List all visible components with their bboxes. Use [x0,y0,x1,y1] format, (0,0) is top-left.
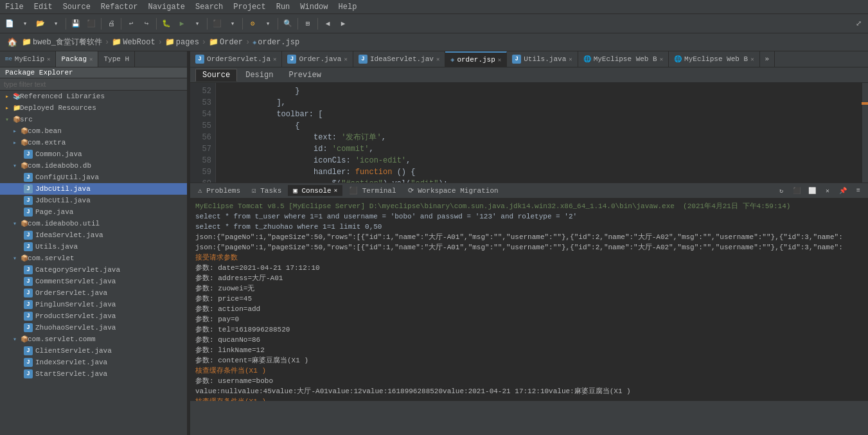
console-output[interactable]: MyEclipse Tomcat v8.5 [MyEclipse Server]… [190,199,868,401]
myclip-close[interactable]: ✕ [47,56,50,63]
open-dropdown[interactable]: ▾ [49,17,63,31]
editor-tab-more[interactable]: » [760,51,775,67]
editor-tab-order-jsp[interactable]: ◈ order.jsp ✕ [445,51,507,67]
tree-item-jdbcutil-java[interactable]: J JdbcUtil.java [0,183,187,195]
tree-item-deployed-resources[interactable]: ▸ 📁 Deployed Resources [0,102,187,114]
back-btn[interactable]: ◀ [321,17,335,31]
editor-tab-myeclipse2[interactable]: 🌐 MyEclipse Web B ✕ [669,51,759,67]
tree-item-com-extra[interactable]: ▸ 📦 com.extra [0,137,187,148]
breadcrumb-project[interactable]: 📁 bweb_食堂订餐软件 [22,37,102,48]
breadcrumb-webroot[interactable]: 📁 WebRoot [112,37,155,47]
tree-item-page-java[interactable]: J Page.java [0,206,187,218]
redo-btn[interactable]: ↪ [139,17,154,31]
build-btn[interactable]: ⚙ [245,17,260,31]
run-dropdown[interactable]: ▾ [190,17,204,31]
new-dropdown[interactable]: ▾ [18,17,32,31]
tree-item-com-ideabobo-util[interactable]: ▾ 📦 com.ideabobo.util [0,218,187,229]
menu-file[interactable]: File [0,1,29,13]
tab-design[interactable]: Design [238,69,280,82]
tree-item-com-servlet-comm[interactable]: ▾ 📦 com.servlet.comm [0,333,187,345]
maximize-btn[interactable]: ⤢ [851,17,865,31]
breadcrumb-pages[interactable]: 📁 pages [165,37,199,47]
console-terminate[interactable]: ⬜ [805,184,819,198]
console-tab-workspace[interactable]: ⟳ Workspace Migration [403,185,504,196]
tree-item-categoryservlet[interactable]: J CategoryServlet.java [0,264,187,276]
breadcrumb-order[interactable]: 📁 Order [209,37,243,47]
tab-preview[interactable]: Preview [281,69,328,82]
tab-package-explorer[interactable]: Packag ✕ [56,51,98,67]
tree-item-jdbcutil-java2[interactable]: J JdbcUtil.java [0,195,187,206]
tab-myclip[interactable]: me MyEclip ✕ [0,51,56,67]
menu-navigate[interactable]: Navigate [143,1,190,13]
tree-item-ideaservlet-java[interactable]: J IdeaServlet.java [0,229,187,241]
menu-source[interactable]: Source [58,1,96,13]
tree-item-zhuohaoservlet[interactable]: J ZhuohaoServlet.java [0,322,187,333]
tree-item-com-ideabobo-db[interactable]: ▾ 📦 com.ideabobo.db [0,160,187,172]
tree-item-com-servlet[interactable]: ▾ 📦 com.servlet [0,253,187,264]
forward-btn[interactable]: ▶ [336,17,350,31]
perspective-btn[interactable]: ⊞ [301,17,315,31]
tree-item-startservlet[interactable]: J StartServlet.java [0,368,187,380]
run-btn[interactable]: ▶ [175,17,189,31]
undo-btn[interactable]: ↩ [124,17,138,31]
tree-item-common-java[interactable]: J Common.java [0,148,187,160]
editor-tab-myeclipse1[interactable]: 🌐 MyEclipse Web B ✕ [578,51,669,67]
console-close-btn[interactable]: ✕ [820,184,835,198]
console-pin[interactable]: 📌 [836,184,850,198]
tree-item-indexservlet[interactable]: J IndexServlet.java [0,357,187,368]
stop-btn[interactable]: ⬛ [210,17,224,31]
editor-tab-ideaservlet[interactable]: J IdeaServlet.jav ✕ [353,51,445,67]
menu-window[interactable]: Window [295,1,333,13]
tree-item-pinglunservlet[interactable]: J PinglunServlet.java [0,299,187,310]
tree-item-referenced-libraries[interactable]: ▸ 📚 Referenced Libraries [0,91,187,102]
console-tab-tasks[interactable]: ☑ Tasks [247,185,287,196]
code-content[interactable]: } ], toolbar: [ { text: '发布订单', id: 'com… [216,83,862,182]
tab-close[interactable]: ✕ [569,56,572,63]
run-debug[interactable]: 🐛 [159,17,173,31]
console-tab-terminal[interactable]: ⬛ Terminal [344,185,401,196]
editor-tab-order-java[interactable]: J Order.java ✕ [282,51,353,67]
tree-item-configutil-java[interactable]: J ConfigUtil.java [0,172,187,183]
tab-source[interactable]: Source [195,69,237,82]
tree-item-utils-java[interactable]: J Utils.java [0,241,187,253]
menu-edit[interactable]: Edit [29,1,58,13]
save-all[interactable]: ⬛ [84,17,98,31]
save-button[interactable]: 💾 [69,17,83,31]
tab-close[interactable]: ✕ [344,56,347,63]
stop-dropdown[interactable]: ▾ [226,17,240,31]
console-tab-problems[interactable]: ⚠ Problems [193,185,245,196]
tree-item-orderservlet[interactable]: J OrderServlet.java [0,287,187,299]
package-close[interactable]: ✕ [89,56,93,63]
tree-item-clientservlet[interactable]: J ClientServlet.java [0,345,187,357]
open-button[interactable]: 📂 [33,17,48,31]
search-btn[interactable]: 🔍 [281,17,295,31]
tree-item-com-bean[interactable]: ▸ 📦 com.bean [0,125,187,137]
tab-close[interactable]: ✕ [273,56,276,63]
menu-run[interactable]: Run [271,1,296,13]
tab-close[interactable]: ✕ [498,57,501,64]
tree-item-commentservlet[interactable]: J CommentServlet.java [0,276,187,287]
breadcrumb-file[interactable]: ◈ order.jsp [252,38,299,47]
menu-project[interactable]: Project [228,1,270,13]
print-btn[interactable]: 🖨 [104,17,118,31]
console-tab-console[interactable]: ▣ Console ✕ [288,185,342,196]
filter-input[interactable] [0,78,187,91]
console-refresh[interactable]: ↻ [774,184,788,198]
tab-type-hierarchy[interactable]: Type H [98,51,135,67]
tree-item-src[interactable]: ▾ 📦 src [0,114,187,125]
menu-search[interactable]: Search [190,1,228,13]
menu-help[interactable]: Help [333,1,362,13]
right-scrollbar[interactable] [862,83,868,182]
tab-close[interactable]: ✕ [750,56,754,63]
tab-close[interactable]: ✕ [436,56,439,63]
editor-tab-orderservlet[interactable]: J OrderServlet.ja ✕ [190,51,282,67]
console-stop-red[interactable]: ⬛ [790,184,804,198]
build-dropdown[interactable]: ▾ [261,17,275,31]
console-close[interactable]: ✕ [334,187,337,194]
tab-close[interactable]: ✕ [660,56,663,63]
tree-item-productservlet[interactable]: J ProductServlet.java [0,310,187,322]
editor-tab-utils[interactable]: J Utils.java ✕ [507,51,578,67]
home-btn[interactable]: 🏠 [5,35,19,49]
menu-refactor[interactable]: Refactor [96,1,143,13]
new-button[interactable]: 📄 [3,17,17,31]
